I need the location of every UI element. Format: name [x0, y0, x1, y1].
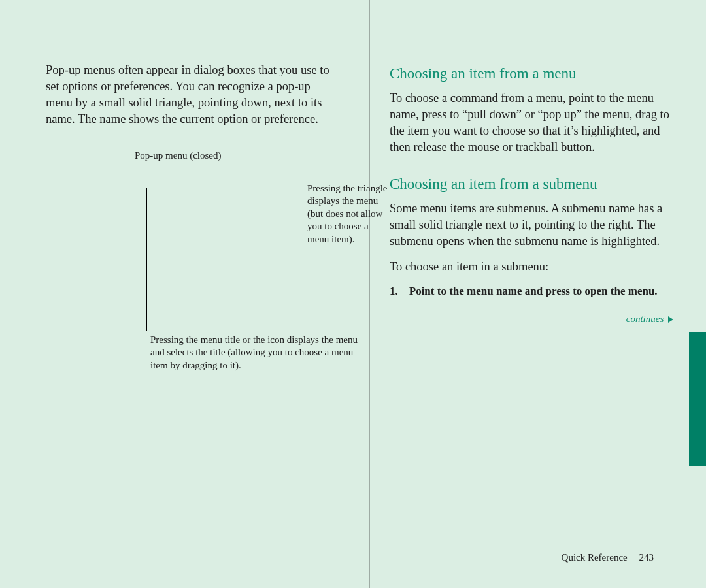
- paragraph-choose-command: To choose a command from a menu, point t…: [390, 90, 677, 155]
- callout-closed-menu: Pop-up menu (closed): [135, 150, 221, 163]
- continues-label: continues: [626, 314, 664, 324]
- intro-paragraph: Pop-up menus often appear in dialog boxe…: [46, 62, 340, 127]
- paragraph-submenu-intro: Some menu items are submenus. A submenu …: [390, 201, 677, 250]
- rule-horizontal-1: [131, 197, 146, 197]
- callout-pressing-title: Pressing the menu title or the icon disp…: [150, 334, 360, 372]
- footer-section: Quick Reference: [562, 552, 628, 563]
- callout-pressing-triangle: Pressing the triangle displays the menu …: [307, 182, 392, 246]
- step-1: 1. Point to the menu name and press to o…: [390, 284, 677, 299]
- thumb-index-tab: [689, 332, 706, 466]
- heading-choosing-item-submenu: Choosing an item from a submenu: [390, 174, 677, 194]
- heading-choosing-item-menu: Choosing an item from a menu: [390, 63, 677, 84]
- right-column: Choosing an item from a menu To choose a…: [369, 0, 677, 588]
- triangle-right-icon: [668, 316, 673, 323]
- popup-menu-diagram: Pop-up menu (closed) Pressing the triang…: [131, 150, 340, 391]
- rule-horizontal-2: [146, 188, 303, 188]
- continues-indicator: continues: [390, 312, 673, 325]
- rule-vertical-2: [146, 188, 147, 331]
- footer-page-number: 243: [639, 552, 654, 563]
- page: Pop-up menus often appear in dialog boxe…: [0, 0, 706, 588]
- left-column: Pop-up menus often appear in dialog boxe…: [46, 0, 340, 588]
- page-footer: Quick Reference 243: [562, 552, 654, 563]
- rule-vertical-1: [131, 150, 131, 197]
- paragraph-submenu-lead: To choose an item in a submenu:: [390, 259, 677, 275]
